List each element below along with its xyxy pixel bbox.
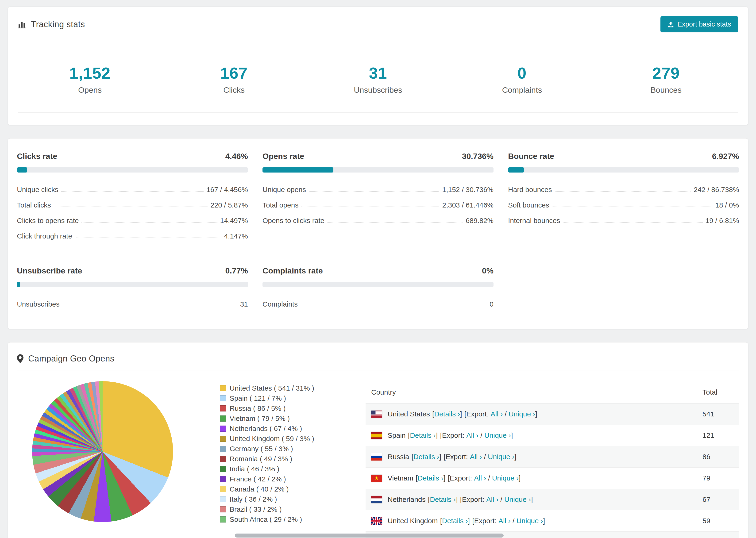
export-unique-link[interactable]: Unique › [492, 474, 519, 482]
legend-swatch [220, 395, 226, 402]
metric-value: 0 [490, 300, 494, 308]
export-unique-link[interactable]: Unique › [504, 496, 531, 503]
dotted-leader [54, 207, 207, 207]
bracket-open-export: [ [472, 517, 474, 525]
export-unique-link[interactable]: Unique › [488, 453, 514, 460]
details-link[interactable]: Details › [430, 496, 456, 503]
bar-chart-icon [18, 20, 26, 28]
legend-item: Canada ( 40 / 2% ) [220, 484, 330, 494]
bracket-close-export: ] [543, 517, 545, 525]
country-cell: Vietnam[Details ›][Export: All › / Uniqu… [365, 467, 697, 489]
metric-value: 167 / 4.456% [206, 186, 248, 194]
bracket-open-export: [ [464, 410, 466, 418]
bracket-open-details: [ [428, 496, 430, 503]
metric-row: Opens to clicks rate 689.82% [262, 213, 494, 228]
stat-label: Clicks [162, 85, 306, 95]
table-row: United Kingdom[Details ›][Export: All › … [365, 510, 739, 532]
rate-progress-fill [262, 167, 333, 173]
dashboard-page: Tracking stats Export basic stats 1,152 … [0, 0, 756, 538]
rate-block: Bounce rate 6.927% Hard bounces 242 / 86… [508, 152, 739, 244]
row-total: 59 [702, 517, 710, 525]
details-link[interactable]: Details › [418, 474, 444, 482]
legend-item: Russia ( 86 / 5% ) [220, 403, 330, 413]
slash-separator: / [480, 431, 482, 439]
legend-swatch [220, 446, 226, 452]
details-link[interactable]: Details › [434, 410, 460, 418]
row-total: 86 [702, 453, 710, 460]
bracket-close-export: ] [511, 431, 513, 439]
export-prefix: Export: [466, 410, 489, 418]
rate-progress-track [262, 282, 494, 287]
slash-separator: / [484, 453, 486, 460]
dotted-leader [327, 222, 463, 223]
country-cell: United States[Details ›][Export: All › /… [365, 404, 697, 425]
export-all-link[interactable]: All › [499, 517, 511, 525]
stat-value: 1,152 [18, 64, 162, 82]
rate-title: Bounce rate [508, 152, 554, 161]
horizontal-scrollbar-thumb[interactable] [235, 534, 504, 538]
export-all-link[interactable]: All › [486, 496, 499, 503]
legend-label: Romania ( 49 / 3% ) [230, 455, 292, 463]
bracket-close-details: ] [436, 431, 438, 439]
metric-row: Complaints 0 [262, 296, 494, 312]
export-unique-link[interactable]: Unique › [509, 410, 535, 418]
total-cell: 59 [697, 510, 739, 532]
table-row: United States[Details ›][Export: All › /… [365, 404, 739, 425]
bracket-close-details: ] [460, 410, 462, 418]
metric-label: Hard bounces [508, 186, 552, 194]
dotted-leader [552, 207, 712, 207]
dotted-leader [555, 191, 691, 191]
rate-rows: Complaints 0 [262, 296, 494, 312]
metric-row: Hard bounces 242 / 86.738% [508, 182, 739, 197]
geo-table-header-row: Country Total [365, 381, 739, 404]
rate-title: Unsubscribe rate [17, 266, 82, 275]
export-all-link[interactable]: All › [466, 431, 478, 439]
slash-separator: / [513, 517, 514, 525]
rate-value: 6.927% [712, 152, 739, 161]
total-cell: 67 [697, 489, 739, 510]
details-link[interactable]: Details › [410, 431, 436, 439]
stat-label: Complaints [450, 85, 594, 95]
rate-block: Complaints rate 0% Complaints 0 [262, 266, 494, 312]
details-link[interactable]: Details › [442, 517, 468, 525]
legend-label: India ( 46 / 3% ) [230, 465, 279, 473]
metric-row: Total opens 2,303 / 61.446% [262, 197, 494, 213]
metric-label: Soft bounces [508, 201, 549, 209]
stat-value: 279 [594, 64, 738, 82]
country-name: Russia [388, 453, 409, 460]
dotted-leader [61, 191, 203, 191]
country-name: Vietnam [388, 474, 413, 482]
details-link[interactable]: Details › [413, 453, 439, 460]
export-all-link[interactable]: All › [491, 410, 503, 418]
metric-label: Total opens [262, 201, 298, 209]
rate-progress-track [262, 167, 494, 173]
rate-progress-track [17, 167, 248, 173]
rate-rows: Hard bounces 242 / 86.738% Soft bounces … [508, 182, 739, 228]
rate-title: Complaints rate [262, 266, 323, 275]
dotted-leader [301, 207, 439, 207]
export-basic-stats-button[interactable]: Export basic stats [661, 16, 738, 32]
export-unique-link[interactable]: Unique › [484, 431, 511, 439]
export-all-link[interactable]: All › [474, 474, 486, 482]
rate-progress-fill [17, 282, 20, 287]
rate-rows: Unique opens 1,152 / 30.736% Total opens… [262, 182, 494, 228]
metric-label: Opens to clicks rate [262, 217, 324, 225]
country-name: Netherlands [388, 496, 426, 503]
legend-item: Netherlands ( 67 / 4% ) [220, 423, 330, 434]
geo-content: United States ( 541 / 31% ) Spain ( 121 … [17, 381, 739, 538]
export-prefix: Export: [450, 474, 472, 482]
bracket-open-export: [ [444, 453, 445, 460]
rate-title: Opens rate [262, 152, 304, 161]
flag-vn-icon [371, 475, 382, 482]
export-all-link[interactable]: All › [470, 453, 482, 460]
row-total: 79 [702, 474, 710, 482]
stats-strip: 1,152 Opens 167 Clicks 31 Unsubscribes 0… [18, 47, 738, 113]
legend-swatch [220, 496, 226, 502]
legend-item: South Africa ( 29 / 2% ) [220, 514, 330, 524]
dotted-leader [300, 306, 487, 306]
export-unique-link[interactable]: Unique › [516, 517, 543, 525]
country-name: United Kingdom [388, 517, 438, 525]
legend-label: Brazil ( 33 / 2% ) [230, 506, 282, 513]
legend-label: Germany ( 55 / 3% ) [230, 445, 293, 453]
stat-box: 279 Bounces [594, 47, 738, 112]
